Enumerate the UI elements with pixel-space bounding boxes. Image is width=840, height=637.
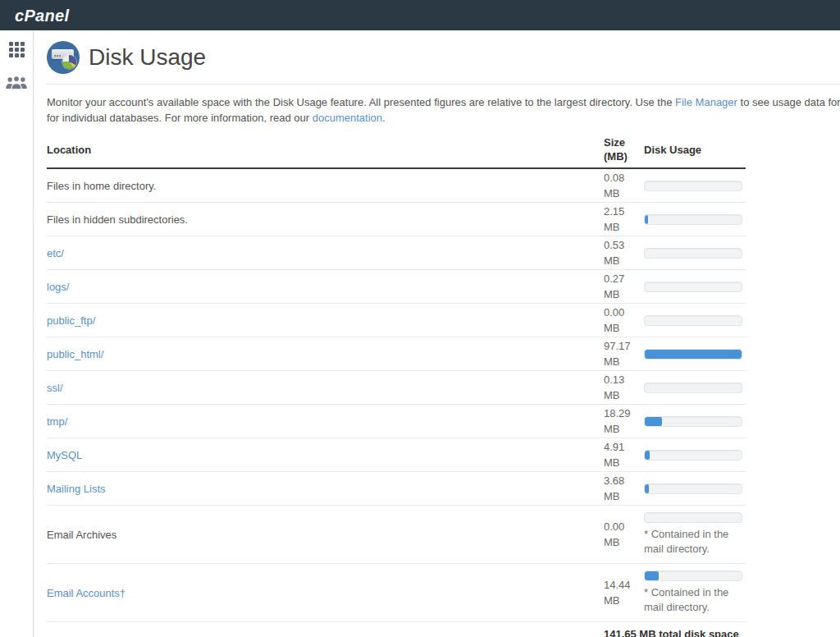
table-row: Files in home directory. 0.08 MB — [47, 168, 746, 203]
column-header-size: Size (MB) — [604, 131, 644, 168]
table-header-row: Location Size (MB) Disk Usage — [47, 131, 746, 168]
location-link[interactable]: public_ftp/ — [47, 314, 95, 327]
size-value: 0.27 — [604, 271, 644, 286]
pie-chart-glyph — [62, 55, 76, 69]
location-link[interactable]: etc/ — [47, 247, 64, 259]
size-value: 3.68 — [604, 473, 644, 488]
size-unit: MB — [604, 488, 644, 504]
location-link[interactable]: Email Accounts† — [47, 587, 126, 599]
size-value: 0.00 — [604, 305, 644, 320]
page-description: Monitor your account's available space w… — [47, 94, 840, 126]
size-unit: MB — [604, 421, 644, 437]
column-header-location: Location — [47, 131, 604, 168]
size-value: 0.53 — [604, 237, 644, 253]
cpanel-logo: cPanel — [15, 7, 69, 24]
disk-usage-bar — [644, 248, 742, 259]
location-link[interactable]: public_html/ — [47, 348, 103, 360]
table-row: MySQL 4.91 MB — [47, 438, 746, 472]
size-value: 0.08 — [604, 170, 644, 186]
main-content: Disk Usage Monitor your account's availa… — [34, 30, 840, 637]
disk-usage-bar — [644, 383, 742, 393]
disk-usage-bar — [644, 214, 742, 225]
size-value: 0.13 — [604, 372, 644, 387]
size-value: 14.44 — [604, 577, 644, 593]
page-header: Disk Usage — [47, 39, 840, 76]
disk-usage-bar-fill — [645, 571, 659, 580]
documentation-link[interactable]: documentation — [313, 112, 382, 124]
total-disk-space-used: 141.65 MB total disk space used. — [604, 622, 746, 637]
disk-usage-bar — [644, 349, 742, 360]
size-unit: MB — [604, 320, 644, 336]
size-unit: MB — [604, 593, 644, 608]
size-value: 2.15 — [604, 204, 644, 219]
size-unit: MB — [604, 455, 644, 470]
table-row: tmp/ 18.29 MB — [47, 405, 746, 438]
apps-grid-icon[interactable] — [9, 42, 25, 57]
table-row: Mailing Lists 3.68 MB — [47, 472, 746, 506]
location-link[interactable]: tmp/ — [47, 415, 67, 428]
size-unit: MB — [604, 253, 644, 268]
table-row: Files in hidden subdirectories. 2.15 MB — [47, 203, 746, 236]
location-label: Files in hidden subdirectories. — [47, 213, 188, 226]
size-unit: MB — [604, 286, 644, 302]
user-groups-icon[interactable] — [5, 74, 28, 90]
size-value: 4.91 — [604, 439, 644, 455]
location-label: Files in home directory. — [47, 180, 156, 192]
description-line-1: Monitor your account's available space w… — [47, 94, 840, 110]
total-row-spacer — [47, 622, 604, 637]
mail-directory-note: * Contained in the mail directory. — [644, 585, 744, 615]
table-row: Email Accounts† 14.44 MB * Contained in … — [47, 564, 746, 622]
size-unit: MB — [604, 354, 644, 369]
disk-usage-bar-fill — [645, 350, 742, 359]
description-text: Monitor your account's available space w… — [47, 96, 675, 108]
size-value: 97.17 — [604, 338, 644, 354]
location-label: Email Archives — [47, 529, 116, 541]
location-link[interactable]: logs/ — [47, 281, 69, 293]
title-divider — [47, 84, 840, 85]
total-text: 141.65 MB total disk space used. — [604, 627, 750, 637]
disk-usage-bar-fill — [645, 417, 662, 426]
size-unit: MB — [604, 186, 644, 201]
mail-directory-note: * Contained in the mail directory. — [644, 527, 744, 557]
disk-usage-table-body: Files in home directory. 0.08 MB Files i… — [47, 168, 746, 622]
disk-usage-bar-fill — [645, 484, 649, 493]
size-unit: MB — [604, 387, 644, 403]
description-text: for individual databases. For more infor… — [47, 112, 313, 124]
size-unit: MB — [604, 534, 644, 550]
size-value: 0.00 — [604, 519, 644, 534]
location-link[interactable]: MySQL — [47, 449, 82, 461]
table-row: etc/ 0.53 MB — [47, 236, 746, 270]
file-manager-link[interactable]: File Manager — [675, 96, 737, 108]
disk-usage-bar — [644, 571, 742, 581]
top-navbar: cPanel — [0, 0, 840, 30]
size-unit: MB — [604, 219, 644, 235]
disk-usage-bar — [644, 315, 742, 326]
table-row: public_ftp/ 0.00 MB — [47, 304, 746, 337]
description-line-2: for individual databases. For more infor… — [47, 110, 840, 126]
column-header-disk-usage: Disk Usage — [644, 131, 746, 168]
size-value: 18.29 — [604, 406, 644, 421]
disk-usage-bar — [644, 282, 742, 292]
left-sidebar — [0, 30, 34, 637]
disk-usage-bar — [644, 450, 742, 461]
disk-usage-bar — [644, 512, 742, 523]
disk-usage-bar-fill — [645, 451, 650, 460]
disk-usage-bar — [644, 181, 742, 191]
location-link[interactable]: Mailing Lists — [47, 483, 106, 495]
description-text: to see usage data for individual files a… — [737, 96, 840, 108]
table-row: Email Archives 0.00 MB * Contained in th… — [47, 506, 746, 564]
disk-usage-bar — [644, 416, 742, 427]
disk-usage-bar-fill — [645, 215, 648, 224]
page-title: Disk Usage — [89, 44, 206, 71]
disk-usage-icon — [47, 41, 80, 74]
disk-usage-bar — [644, 483, 742, 494]
table-row: logs/ 0.27 MB — [47, 270, 746, 304]
disk-usage-table: Location Size (MB) Disk Usage Files in h… — [47, 131, 746, 637]
location-link[interactable]: ssl/ — [47, 382, 63, 394]
table-total-row: 141.65 MB total disk space used. — [47, 622, 746, 637]
description-text: . — [382, 112, 386, 124]
table-row: ssl/ 0.13 MB — [47, 371, 746, 405]
table-row: public_html/ 97.17 MB — [47, 337, 746, 371]
